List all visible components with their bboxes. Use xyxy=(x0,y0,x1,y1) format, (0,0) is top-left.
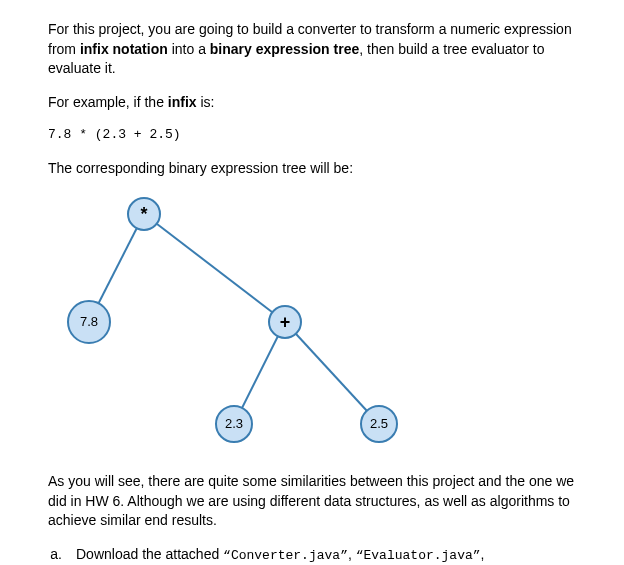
list-item-a: a. Download the attached “Converter.java… xyxy=(48,545,576,565)
file-evaluator: “Evaluator.java” xyxy=(356,548,481,563)
list-marker-a: a. xyxy=(48,545,62,565)
intro-text-c: into a xyxy=(168,41,210,57)
example-label-c: is: xyxy=(197,94,215,110)
sep2: , xyxy=(481,546,485,562)
intro-text-d: binary expression tree xyxy=(210,41,359,57)
tree-node-right-operator: + xyxy=(268,305,302,339)
expression-tree-diagram: * 7.8 + 2.3 2.5 xyxy=(48,192,418,454)
svg-line-3 xyxy=(285,322,379,424)
tree-node-right-left-leaf: 2.3 xyxy=(215,405,253,443)
file-converter: “Converter.java” xyxy=(223,548,348,563)
list-item-a-content: Download the attached “Converter.java”, … xyxy=(76,545,576,565)
svg-line-1 xyxy=(144,214,285,322)
example-label-b: infix xyxy=(168,94,197,110)
infix-expression: 7.8 * (2.3 + 2.5) xyxy=(48,126,576,144)
intro-paragraph: For this project, you are going to build… xyxy=(48,20,576,79)
tree-intro: The corresponding binary expression tree… xyxy=(48,159,576,179)
item-a-text1: Download the attached xyxy=(76,546,223,562)
example-label: For example, if the infix is: xyxy=(48,93,576,113)
tree-node-right-right-leaf: 2.5 xyxy=(360,405,398,443)
intro-text-b: infix notation xyxy=(80,41,168,57)
tree-node-left-leaf: 7.8 xyxy=(67,300,111,344)
sep1: , xyxy=(348,546,356,562)
example-label-a: For example, if the xyxy=(48,94,168,110)
tree-node-root-operator: * xyxy=(127,197,161,231)
followup-paragraph: As you will see, there are quite some si… xyxy=(48,472,576,531)
